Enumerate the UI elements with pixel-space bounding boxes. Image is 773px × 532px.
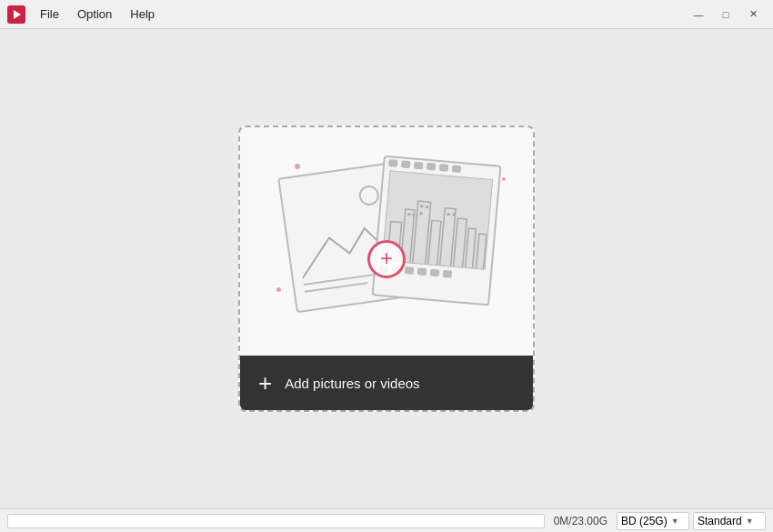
disc-type-value: BD (25G) <box>621 515 668 527</box>
illustration: + <box>277 151 496 333</box>
add-media-label: Add pictures or videos <box>285 376 419 391</box>
film-hole <box>452 165 462 173</box>
svg-rect-10 <box>465 228 476 270</box>
film-hole <box>388 159 398 167</box>
menubar: File Option Help <box>31 4 686 25</box>
svg-rect-12 <box>407 213 410 216</box>
maximize-button[interactable]: □ <box>713 5 738 25</box>
svg-rect-16 <box>419 212 422 215</box>
film-hole <box>443 269 453 277</box>
add-plus-icon: + <box>258 371 272 395</box>
svg-rect-8 <box>440 207 457 267</box>
titlebar: File Option Help — □ ✕ <box>0 0 773 29</box>
statusbar: 0M/23.00G BD (25G) ▼ Standard ▼ <box>0 508 773 532</box>
menu-help[interactable]: Help <box>121 4 164 25</box>
minimize-button[interactable]: — <box>686 5 711 25</box>
plus-symbol: + <box>380 247 393 269</box>
film-hole <box>401 160 411 168</box>
drop-zone-content: + <box>240 127 533 356</box>
svg-rect-6 <box>413 201 431 266</box>
film-strip <box>371 155 501 306</box>
drop-zone[interactable]: + + Add pictures or videos <box>238 125 535 412</box>
add-media-button[interactable]: + Add pictures or videos <box>240 356 533 410</box>
svg-rect-14 <box>420 205 423 207</box>
film-hole <box>430 268 440 276</box>
svg-rect-17 <box>447 212 449 215</box>
app-icon <box>7 5 25 24</box>
deco-dot-3 <box>502 177 506 181</box>
film-hole <box>439 164 449 172</box>
film-hole <box>427 162 437 170</box>
svg-rect-11 <box>476 234 486 270</box>
disc-type-arrow-icon: ▼ <box>671 517 679 526</box>
svg-rect-9 <box>453 217 467 268</box>
film-hole <box>417 267 427 276</box>
svg-rect-15 <box>426 205 428 207</box>
plus-circle-icon: + <box>367 240 406 278</box>
film-hole <box>405 266 415 275</box>
close-button[interactable]: ✕ <box>740 5 766 25</box>
film-hole <box>414 161 424 169</box>
disc-type-select[interactable]: BD (25G) ▼ <box>617 512 689 530</box>
quality-arrow-icon: ▼ <box>746 517 754 526</box>
sun-circle <box>357 184 380 206</box>
menu-option[interactable]: Option <box>68 4 121 25</box>
main-content: + + <box>0 29 773 508</box>
storage-progress-bar <box>7 514 545 528</box>
storage-text: 0M/23.00G <box>548 515 613 527</box>
quality-select[interactable]: Standard ▼ <box>693 512 766 530</box>
svg-rect-7 <box>428 220 441 266</box>
menu-file[interactable]: File <box>31 4 68 25</box>
window-controls: — □ ✕ <box>686 5 766 25</box>
quality-value: Standard <box>698 515 742 527</box>
